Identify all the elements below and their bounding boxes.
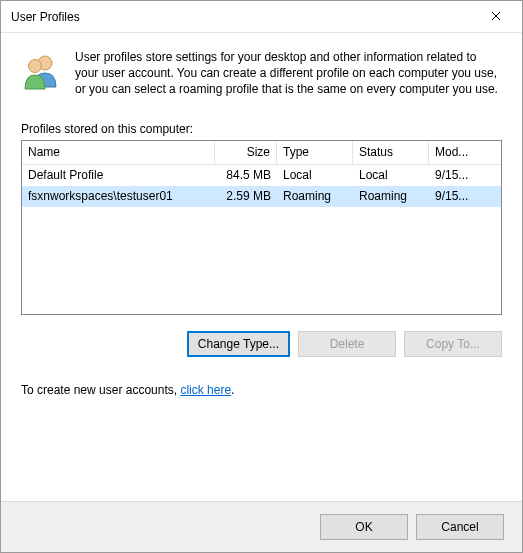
- description-text: User profiles store settings for your de…: [75, 49, 502, 98]
- cell-modified: 9/15...: [429, 186, 487, 207]
- cell-size: 84.5 MB: [215, 165, 277, 186]
- delete-button: Delete: [298, 331, 396, 357]
- svg-point-1: [29, 60, 42, 73]
- titlebar: User Profiles: [1, 1, 522, 33]
- close-icon: [491, 9, 501, 24]
- dialog-footer: OK Cancel: [1, 501, 522, 552]
- column-header-type[interactable]: Type: [277, 141, 353, 164]
- column-header-modified[interactable]: Mod...: [429, 141, 487, 164]
- cell-modified: 9/15...: [429, 165, 487, 186]
- create-account-link[interactable]: click here: [180, 383, 231, 397]
- cell-type: Roaming: [277, 186, 353, 207]
- section-label: Profiles stored on this computer:: [21, 122, 502, 136]
- hint-text: To create new user accounts, click here.: [21, 383, 502, 397]
- change-type-button[interactable]: Change Type...: [187, 331, 290, 357]
- copy-to-button: Copy To...: [404, 331, 502, 357]
- hint-prefix: To create new user accounts,: [21, 383, 180, 397]
- window-title: User Profiles: [11, 10, 474, 24]
- column-header-status[interactable]: Status: [353, 141, 429, 164]
- table-row[interactable]: Default Profile 84.5 MB Local Local 9/15…: [22, 165, 501, 186]
- table-row[interactable]: fsxnworkspaces\testuser01 2.59 MB Roamin…: [22, 186, 501, 207]
- cell-type: Local: [277, 165, 353, 186]
- cell-status: Roaming: [353, 186, 429, 207]
- header-row: User profiles store settings for your de…: [21, 49, 502, 98]
- cell-status: Local: [353, 165, 429, 186]
- listview-header: Name Size Type Status Mod...: [22, 141, 501, 165]
- hint-suffix: .: [231, 383, 234, 397]
- users-icon: [21, 49, 61, 98]
- cell-name: fsxnworkspaces\testuser01: [22, 186, 215, 207]
- dialog-content: User profiles store settings for your de…: [1, 33, 522, 411]
- cancel-button[interactable]: Cancel: [416, 514, 504, 540]
- profile-buttons-row: Change Type... Delete Copy To...: [21, 331, 502, 357]
- ok-button[interactable]: OK: [320, 514, 408, 540]
- profiles-listview[interactable]: Name Size Type Status Mod... Default Pro…: [21, 140, 502, 315]
- column-header-size[interactable]: Size: [215, 141, 277, 164]
- column-header-name[interactable]: Name: [22, 141, 215, 164]
- cell-size: 2.59 MB: [215, 186, 277, 207]
- close-button[interactable]: [474, 2, 518, 32]
- cell-name: Default Profile: [22, 165, 215, 186]
- listview-body: Default Profile 84.5 MB Local Local 9/15…: [22, 165, 501, 207]
